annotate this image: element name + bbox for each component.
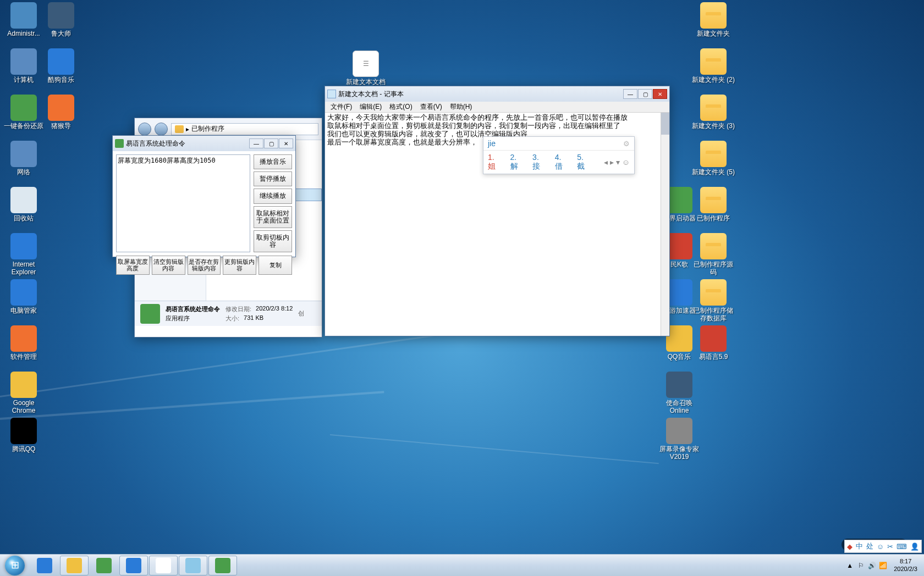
desktop-icon[interactable]: 回收站: [2, 187, 45, 222]
ime-candidate[interactable]: 3. 接: [532, 153, 547, 171]
menu-item[interactable]: 格式(O): [386, 101, 415, 113]
app-icon: [666, 187, 692, 213]
desktop-icon[interactable]: 计算机: [2, 48, 45, 84]
close-button[interactable]: ✕: [653, 89, 667, 99]
ime-next-icon[interactable]: ▸: [610, 158, 614, 167]
desktop-icon[interactable]: 猪猴导: [40, 95, 82, 130]
elang-titlebar[interactable]: 易语言系统处理命令 — ▢ ✕: [113, 136, 295, 151]
taskbar-item[interactable]: [90, 556, 118, 575]
desktop-icon[interactable]: Google Chrome: [2, 372, 45, 415]
elang-button[interactable]: 复制: [258, 256, 292, 274]
desktop-icon[interactable]: 网络: [2, 141, 45, 176]
desktop-icon[interactable]: 使命召唤 Online: [658, 372, 701, 415]
taskbar-item[interactable]: [149, 556, 178, 575]
taskbar-clock[interactable]: 8:17 2020/2/3: [890, 558, 921, 572]
tray-icon[interactable]: ⚐: [856, 561, 865, 570]
desktop-icon[interactable]: 新建文件夹 (2): [692, 48, 735, 84]
app-icon: [10, 48, 37, 75]
tray-icon[interactable]: 📶: [878, 561, 887, 570]
tray-icon[interactable]: ▲: [845, 561, 854, 570]
minimize-button[interactable]: —: [249, 139, 263, 148]
app-icon: [126, 558, 141, 573]
app-icon: [67, 558, 82, 573]
scrollbar-vertical[interactable]: [661, 113, 669, 336]
notepad-icon: [327, 90, 336, 98]
app-icon: [156, 558, 171, 573]
nav-fwd-button[interactable]: [155, 123, 168, 136]
minimize-button[interactable]: —: [623, 89, 637, 99]
ime-candidate[interactable]: 5. 截: [577, 153, 592, 171]
desktop-icon-textdoc[interactable]: ☰ 新建文本文档: [344, 51, 387, 86]
app-icon: [215, 558, 230, 573]
app-icon: [115, 139, 124, 148]
start-button[interactable]: [0, 555, 30, 577]
ime-prev-icon[interactable]: ◂: [604, 158, 608, 167]
taskbar-item[interactable]: [30, 556, 59, 575]
maximize-button[interactable]: ▢: [638, 89, 652, 99]
emoji-icon[interactable]: ☺: [622, 158, 630, 167]
notepad-titlebar[interactable]: 新建文本文档 - 记事本 — ▢ ✕: [325, 86, 669, 102]
desktop-icon[interactable]: 酷狗音乐: [40, 48, 82, 84]
elang-button[interactable]: 清空剪辑版内容: [152, 256, 185, 274]
app-icon: [48, 2, 74, 29]
folder-icon: [700, 233, 727, 259]
tray-icon[interactable]: 🔊: [867, 561, 876, 570]
ime-tool-button[interactable]: ⌨: [897, 542, 907, 551]
ime-tool-button[interactable]: 👤: [910, 542, 919, 551]
desktop-icon[interactable]: Administr...: [2, 2, 45, 37]
ime-toolbar[interactable]: ◆中处☺✂⌨👤: [844, 540, 922, 553]
app-icon: [700, 325, 727, 352]
elang-window: 易语言系统处理命令 — ▢ ✕ 屏幕宽度为1680屏幕高度为1050 播放音乐暂…: [112, 135, 296, 257]
desktop-icon[interactable]: 腾讯QQ: [2, 418, 45, 453]
elang-button[interactable]: 继续播放: [254, 189, 292, 203]
desktop-icon[interactable]: 鲁大师: [40, 2, 82, 37]
ime-candidate[interactable]: 4. 借: [555, 153, 570, 171]
taskbar-item[interactable]: [208, 556, 237, 575]
maximize-button[interactable]: ▢: [264, 139, 278, 148]
elang-button[interactable]: 播放音乐: [254, 154, 292, 169]
system-tray: ▲⚐🔊📶 8:17 2020/2/3: [842, 555, 924, 576]
app-icon: [666, 325, 692, 352]
gear-icon[interactable]: ⚙: [623, 140, 630, 148]
desktop-icon[interactable]: 软件管理: [2, 325, 45, 361]
ime-expand-icon[interactable]: ▾: [616, 158, 620, 167]
taskbar-item[interactable]: [119, 556, 148, 575]
elang-button[interactable]: 取剪切板内容: [254, 230, 292, 252]
ime-logo-icon: ◆: [847, 542, 853, 551]
folder-icon: [175, 125, 184, 133]
menu-item[interactable]: 查看(V): [417, 101, 446, 113]
address-field[interactable]: ▸ 已制作程序: [171, 123, 318, 135]
folder-icon: [700, 48, 727, 75]
menu-item[interactable]: 文件(F): [327, 101, 355, 113]
ime-tool-button[interactable]: 处: [866, 541, 873, 551]
ime-candidate[interactable]: 1. 姐: [488, 153, 503, 171]
desktop-icon[interactable]: 新建文件夹 (5): [692, 141, 735, 176]
elang-button[interactable]: 暂停播放: [254, 171, 292, 186]
menu-item[interactable]: 编辑(E): [356, 101, 385, 113]
app-icon: [666, 372, 692, 398]
ime-candidate[interactable]: 2. 解: [510, 153, 525, 171]
desktop-icon[interactable]: 新建文件夹 (3): [692, 95, 735, 130]
elang-button[interactable]: 是否存在剪辑版内容: [188, 256, 221, 274]
ime-tool-button[interactable]: 中: [856, 541, 863, 551]
app-icon: [48, 95, 74, 121]
desktop-icon[interactable]: 新建文件夹: [692, 2, 735, 37]
elang-output[interactable]: 屏幕宽度为1680屏幕高度为1050: [116, 154, 250, 252]
menu-item[interactable]: 帮助(H): [447, 101, 476, 113]
taskbar-item[interactable]: [60, 556, 89, 575]
ime-input: jie: [488, 139, 496, 148]
nav-back-button[interactable]: [138, 123, 151, 136]
scrollbar-thumb[interactable]: [661, 113, 669, 135]
desktop-icon[interactable]: 屏幕录像专家 V2019: [658, 418, 701, 461]
ime-tool-button[interactable]: ☺: [877, 542, 884, 551]
elang-button[interactable]: 取鼠标相对于桌面位置: [254, 206, 292, 228]
ime-tool-button[interactable]: ✂: [887, 542, 893, 551]
close-button[interactable]: ✕: [279, 139, 293, 148]
desktop-icon[interactable]: 电脑管家: [2, 279, 45, 314]
elang-button[interactable]: 取屏幕宽度高度: [116, 256, 150, 274]
desktop-icon[interactable]: Internet Explorer: [2, 233, 45, 276]
taskbar-item[interactable]: [179, 556, 207, 575]
notepad-menubar: 文件(F)编辑(E)格式(O)查看(V)帮助(H): [325, 102, 669, 113]
elang-button[interactable]: 更剪辑版内容: [223, 256, 256, 274]
desktop-icon[interactable]: 一键备份还原: [2, 95, 45, 130]
